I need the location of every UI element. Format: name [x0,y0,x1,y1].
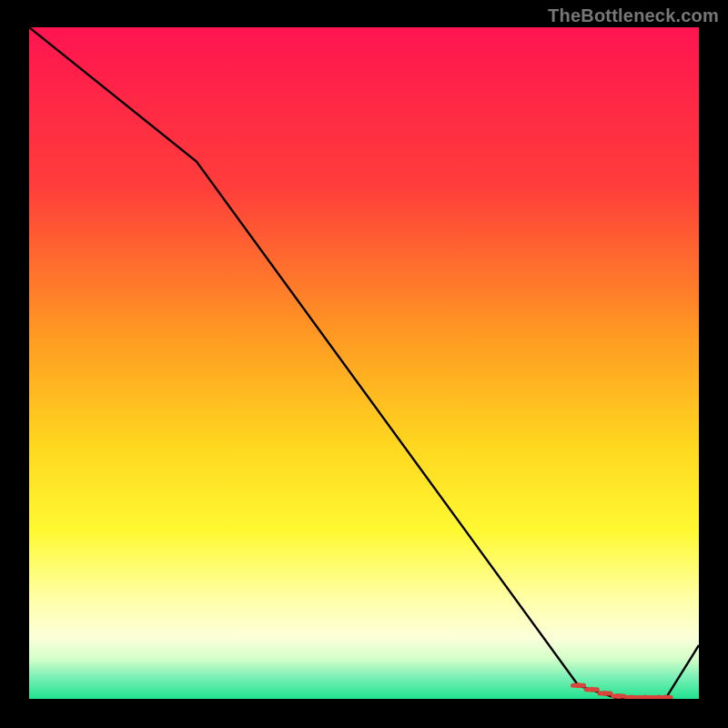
sweet-spot-markers [29,27,699,699]
svg-point-6 [602,691,608,696]
chart-frame: TheBottleneck.com [0,0,728,728]
plot-area [29,27,699,699]
svg-point-8 [616,693,622,699]
attribution-text: TheBottleneck.com [548,5,719,26]
svg-point-4 [589,687,594,693]
svg-point-2 [576,682,581,688]
